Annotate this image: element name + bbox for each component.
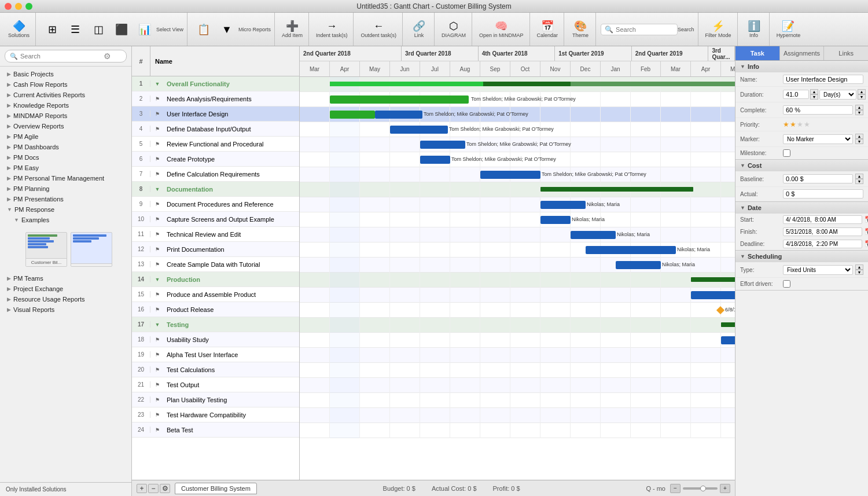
sidebar-item-pm-easy[interactable]: ▶ PM Easy — [0, 163, 131, 173]
solutions-button[interactable]: 🔷 Solutions — [6, 20, 32, 39]
maximize-button[interactable] — [25, 3, 32, 10]
sidebar-item-pm-planning[interactable]: ▶ PM Planning — [0, 183, 131, 194]
table-row[interactable]: 12 ⚑ Print Documentation — [132, 242, 299, 257]
tab-task[interactable]: Task — [735, 46, 780, 60]
marker-up[interactable]: ▲ — [855, 134, 863, 139]
gantt-bar[interactable] — [691, 291, 735, 299]
filter-mode-button[interactable]: ⚡ Filter Mode — [703, 20, 734, 39]
theme-button[interactable]: 🎨 Theme — [569, 20, 592, 39]
select-view-btn4[interactable]: ⬛ — [110, 23, 133, 36]
table-row[interactable]: 15 ⚑ Produce and Assemble Product — [132, 287, 299, 302]
info-section-header[interactable]: ▼ Info — [735, 61, 868, 72]
table-row[interactable]: 5 ⚑ Review Functional and Procedural — [132, 137, 299, 152]
table-row[interactable]: 9 ⚑ Document Procedures and Reference — [132, 197, 299, 212]
sidebar-item-project-exchange[interactable]: ▶ Project Exchange — [0, 284, 131, 294]
sidebar-item-pm-dashboards[interactable]: ▶ PM Dashboards — [0, 142, 131, 152]
duration-unit-select[interactable]: Day(s) Hour(s) Week(s) — [819, 90, 856, 100]
sidebar-item-basic-projects[interactable]: ▶ Basic Projects — [0, 69, 131, 79]
zoom-in-button[interactable]: + — [720, 484, 730, 493]
table-row[interactable]: 23 ⚑ Test Hardware Compatibility — [132, 407, 299, 422]
gantt-bar-complete[interactable] — [330, 111, 375, 119]
table-row[interactable]: 3 ⚑ User Interface Design — [132, 106, 299, 122]
type-select[interactable]: Fixed Units Fixed Duration Fixed Work — [783, 265, 853, 275]
gantt-bar[interactable] — [540, 216, 571, 224]
sidebar-item-pm-presentations[interactable]: ▶ PM Presentations — [0, 194, 131, 204]
diagram-button[interactable]: ⬡ DIAGRAM — [439, 20, 468, 39]
tab-links[interactable]: Links — [824, 46, 868, 60]
baseline-down[interactable]: ▼ — [855, 179, 863, 184]
star-4[interactable]: ★ — [804, 120, 810, 128]
type-up[interactable]: ▲ — [855, 264, 863, 270]
milestone-diamond[interactable] — [716, 306, 724, 314]
gantt-bar[interactable] — [420, 141, 465, 149]
complete-down[interactable]: ▼ — [855, 110, 863, 115]
actual-input[interactable] — [783, 189, 863, 199]
gantt-bar[interactable] — [330, 95, 469, 104]
gantt-bar[interactable] — [540, 201, 586, 209]
table-row[interactable]: 16 ⚑ Product Release — [132, 302, 299, 317]
effort-driven-checkbox[interactable] — [783, 280, 790, 288]
marker-select[interactable]: No Marker — [783, 134, 853, 144]
unit-up[interactable]: ▲ — [858, 89, 866, 94]
minimize-button[interactable] — [15, 3, 22, 10]
duration-input[interactable] — [783, 90, 809, 99]
indent-button[interactable]: → Indent task(s) — [314, 20, 350, 39]
cost-section-header[interactable]: ▼ Cost — [735, 160, 868, 171]
gantt-bar[interactable] — [571, 231, 616, 239]
sidebar-item-cash-flow[interactable]: ▶ Cash Flow Reports — [0, 79, 131, 90]
table-row[interactable]: 19 ⚑ Alpha Test User Interface — [132, 347, 299, 362]
sidebar-item-mindmap[interactable]: ▶ MINDMAP Reports — [0, 111, 131, 121]
sidebar-item-knowledge[interactable]: ▶ Knowledge Reports — [0, 100, 131, 111]
sidebar-filter-icon[interactable]: ⚙ — [104, 52, 111, 61]
start-input[interactable] — [783, 215, 862, 224]
deadline-calendar-icon[interactable]: 📅 — [865, 240, 868, 248]
star-1[interactable]: ★ — [783, 120, 789, 128]
table-row[interactable]: 24 ⚑ Beta Test — [132, 422, 299, 438]
outdent-button[interactable]: ← Outdent task(s) — [358, 20, 399, 39]
date-section-header[interactable]: ▼ Date — [735, 202, 868, 214]
gantt-bar[interactable] — [616, 261, 661, 269]
table-row[interactable]: 2 ⚑ Needs Analysis/Requirements — [132, 91, 299, 106]
finish-input[interactable] — [783, 227, 862, 236]
select-view-btn1[interactable]: ⊞ — [41, 23, 64, 36]
remove-row-button[interactable]: − — [148, 484, 159, 493]
table-row[interactable]: 6 ⚑ Create Prototype — [132, 152, 299, 167]
table-row[interactable]: 21 ⚑ Test Output — [132, 377, 299, 392]
select-view-btn5[interactable]: 📊 — [133, 23, 156, 36]
micro-reports-btn[interactable]: 📋 — [192, 23, 215, 36]
thumbnail-2[interactable] — [71, 232, 112, 267]
settings-row-button[interactable]: ⚙ — [160, 484, 170, 493]
start-calendar-icon[interactable]: 📅 — [865, 216, 868, 223]
select-view-btn3[interactable]: ◫ — [87, 23, 110, 36]
sidebar-item-pm-docs[interactable]: ▶ PM Docs — [0, 152, 131, 163]
search-input[interactable] — [616, 26, 674, 33]
star-3[interactable]: ★ — [797, 120, 803, 128]
select-view-btn2[interactable]: ☰ — [64, 23, 87, 36]
sidebar-item-pm-response[interactable]: ▼ PM Response — [0, 204, 131, 215]
sidebar-item-pm-teams[interactable]: ▶ PM Teams — [0, 273, 131, 284]
gantt-timeline[interactable]: 2nd Quarter 2018 3rd Quarter 2018 4th Qu… — [300, 46, 735, 480]
gantt-bar[interactable] — [480, 171, 540, 179]
gantt-bar[interactable] — [390, 126, 448, 134]
unit-down[interactable]: ▼ — [858, 94, 866, 100]
table-row[interactable]: 4 ⚑ Define Database Input/Output — [132, 122, 299, 137]
table-row[interactable]: 18 ⚑ Usability Study — [132, 332, 299, 347]
sidebar-item-customer-billing[interactable]: Customer Bil... — [0, 225, 131, 273]
zoom-slider[interactable] — [683, 487, 718, 490]
bottom-tab-customer-billing[interactable]: Customer Billing System — [175, 483, 257, 494]
table-row[interactable]: 20 ⚑ Test Calculations — [132, 362, 299, 377]
milestone-checkbox[interactable] — [783, 149, 790, 157]
info-button[interactable]: ℹ️ Info — [742, 20, 766, 39]
sidebar-item-current-activities[interactable]: ▶ Current Activities Reports — [0, 90, 131, 100]
table-row[interactable]: 14 ▼ Production — [132, 272, 299, 287]
close-button[interactable] — [5, 3, 12, 10]
sidebar-item-resource-usage[interactable]: ▶ Resource Usage Reports — [0, 294, 131, 304]
sidebar-item-pm-personal-time[interactable]: ▶ PM Personal Time Management — [0, 173, 131, 183]
gantt-row-list[interactable]: 1 ▼ Overall Functionality 2 ⚑ Needs Anal… — [132, 76, 299, 480]
sidebar-search-input[interactable] — [20, 53, 101, 60]
mindmap-button[interactable]: 🧠 Open in MINDMAP — [477, 20, 526, 39]
deadline-input[interactable] — [783, 240, 862, 248]
name-input[interactable] — [783, 75, 863, 84]
type-down[interactable]: ▼ — [855, 270, 863, 275]
gantt-bar[interactable] — [721, 336, 735, 344]
